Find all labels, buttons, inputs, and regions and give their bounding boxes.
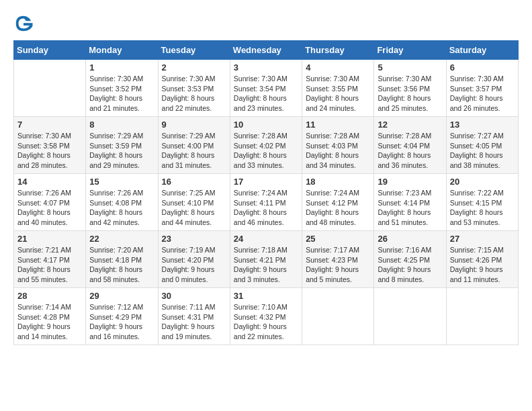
calendar-cell: 13Sunrise: 7:27 AMSunset: 4:05 PMDayligh…	[446, 117, 518, 174]
calendar-cell: 25Sunrise: 7:17 AMSunset: 4:23 PMDayligh…	[302, 231, 374, 288]
day-info: Sunrise: 7:30 AMSunset: 3:55 PMDaylight:…	[306, 74, 370, 113]
calendar-cell: 3Sunrise: 7:30 AMSunset: 3:54 PMDaylight…	[230, 60, 302, 117]
calendar-cell: 28Sunrise: 7:14 AMSunset: 4:28 PMDayligh…	[14, 288, 86, 345]
day-info: Sunrise: 7:14 AMSunset: 4:28 PMDaylight:…	[17, 302, 82, 342]
day-number: 2	[162, 62, 226, 73]
calendar-cell	[14, 60, 86, 117]
calendar-cell: 21Sunrise: 7:21 AMSunset: 4:17 PMDayligh…	[14, 231, 86, 288]
day-info: Sunrise: 7:30 AMSunset: 3:54 PMDaylight:…	[234, 74, 298, 113]
day-number: 18	[306, 177, 370, 187]
calendar-cell: 18Sunrise: 7:24 AMSunset: 4:12 PMDayligh…	[302, 174, 374, 231]
calendar-cell	[302, 288, 374, 345]
day-info: Sunrise: 7:30 AMSunset: 3:56 PMDaylight:…	[378, 74, 442, 113]
calendar-cell: 20Sunrise: 7:22 AMSunset: 4:15 PMDayligh…	[446, 174, 518, 231]
day-info: Sunrise: 7:30 AMSunset: 3:52 PMDaylight:…	[89, 74, 154, 113]
calendar-cell: 27Sunrise: 7:15 AMSunset: 4:26 PMDayligh…	[446, 231, 518, 288]
day-number: 17	[234, 177, 298, 187]
day-info: Sunrise: 7:25 AMSunset: 4:10 PMDaylight:…	[162, 188, 226, 228]
calendar-cell: 10Sunrise: 7:28 AMSunset: 4:02 PMDayligh…	[230, 117, 302, 174]
calendar-cell: 7Sunrise: 7:30 AMSunset: 3:58 PMDaylight…	[14, 117, 86, 174]
day-number: 27	[450, 234, 515, 244]
day-info: Sunrise: 7:30 AMSunset: 3:57 PMDaylight:…	[450, 74, 515, 113]
calendar-cell: 22Sunrise: 7:20 AMSunset: 4:18 PMDayligh…	[86, 231, 158, 288]
day-info: Sunrise: 7:23 AMSunset: 4:14 PMDaylight:…	[378, 188, 442, 228]
day-number: 31	[234, 291, 298, 301]
calendar-table: SundayMondayTuesdayWednesdayThursdayFrid…	[13, 40, 519, 345]
day-of-week-header: Friday	[374, 41, 446, 60]
logo	[13, 13, 36, 34]
calendar-week-row: 21Sunrise: 7:21 AMSunset: 4:17 PMDayligh…	[14, 231, 519, 288]
page-header	[13, 13, 519, 34]
day-number: 21	[17, 234, 82, 244]
day-info: Sunrise: 7:17 AMSunset: 4:23 PMDaylight:…	[306, 245, 370, 285]
day-info: Sunrise: 7:20 AMSunset: 4:18 PMDaylight:…	[89, 245, 154, 285]
day-info: Sunrise: 7:26 AMSunset: 4:08 PMDaylight:…	[89, 188, 154, 228]
day-number: 12	[378, 120, 442, 130]
calendar-cell: 24Sunrise: 7:18 AMSunset: 4:21 PMDayligh…	[230, 231, 302, 288]
day-number: 8	[89, 120, 154, 130]
day-number: 26	[378, 234, 442, 244]
day-number: 15	[89, 177, 154, 187]
calendar-week-row: 14Sunrise: 7:26 AMSunset: 4:07 PMDayligh…	[14, 174, 519, 231]
day-info: Sunrise: 7:21 AMSunset: 4:17 PMDaylight:…	[17, 245, 82, 285]
calendar-cell: 23Sunrise: 7:19 AMSunset: 4:20 PMDayligh…	[158, 231, 230, 288]
day-number: 7	[17, 120, 82, 130]
calendar-cell: 4Sunrise: 7:30 AMSunset: 3:55 PMDaylight…	[302, 60, 374, 117]
day-of-week-header: Tuesday	[158, 41, 230, 60]
day-info: Sunrise: 7:28 AMSunset: 4:03 PMDaylight:…	[306, 131, 370, 171]
calendar-cell	[446, 288, 518, 345]
calendar-cell: 14Sunrise: 7:26 AMSunset: 4:07 PMDayligh…	[14, 174, 86, 231]
day-number: 11	[306, 120, 370, 130]
day-of-week-header: Monday	[86, 41, 158, 60]
day-info: Sunrise: 7:27 AMSunset: 4:05 PMDaylight:…	[450, 131, 515, 171]
day-info: Sunrise: 7:24 AMSunset: 4:11 PMDaylight:…	[234, 188, 298, 228]
day-of-week-header: Thursday	[302, 41, 374, 60]
calendar-cell: 31Sunrise: 7:10 AMSunset: 4:32 PMDayligh…	[230, 288, 302, 345]
day-of-week-header: Sunday	[14, 41, 86, 60]
day-number: 16	[162, 177, 226, 187]
day-number: 30	[162, 291, 226, 301]
calendar-body: 1Sunrise: 7:30 AMSunset: 3:52 PMDaylight…	[14, 60, 519, 345]
calendar-cell: 2Sunrise: 7:30 AMSunset: 3:53 PMDaylight…	[158, 60, 230, 117]
day-info: Sunrise: 7:29 AMSunset: 4:00 PMDaylight:…	[162, 131, 226, 171]
day-info: Sunrise: 7:10 AMSunset: 4:32 PMDaylight:…	[234, 302, 298, 342]
day-number: 13	[450, 120, 515, 130]
day-info: Sunrise: 7:18 AMSunset: 4:21 PMDaylight:…	[234, 245, 298, 285]
day-number: 4	[306, 62, 370, 73]
day-number: 9	[162, 120, 226, 130]
calendar-cell: 29Sunrise: 7:12 AMSunset: 4:29 PMDayligh…	[86, 288, 158, 345]
day-number: 1	[89, 62, 154, 73]
day-of-week-header: Wednesday	[230, 41, 302, 60]
day-number: 25	[306, 234, 370, 244]
calendar-cell: 16Sunrise: 7:25 AMSunset: 4:10 PMDayligh…	[158, 174, 230, 231]
day-number: 3	[234, 62, 298, 73]
day-number: 23	[162, 234, 226, 244]
day-info: Sunrise: 7:15 AMSunset: 4:26 PMDaylight:…	[450, 245, 515, 285]
calendar-cell: 17Sunrise: 7:24 AMSunset: 4:11 PMDayligh…	[230, 174, 302, 231]
day-info: Sunrise: 7:30 AMSunset: 3:58 PMDaylight:…	[17, 131, 82, 171]
calendar-week-row: 1Sunrise: 7:30 AMSunset: 3:52 PMDaylight…	[14, 60, 519, 117]
day-info: Sunrise: 7:12 AMSunset: 4:29 PMDaylight:…	[89, 302, 154, 342]
calendar-cell: 6Sunrise: 7:30 AMSunset: 3:57 PMDaylight…	[446, 60, 518, 117]
calendar-cell: 26Sunrise: 7:16 AMSunset: 4:25 PMDayligh…	[374, 231, 446, 288]
day-number: 6	[450, 62, 515, 73]
day-number: 10	[234, 120, 298, 130]
day-number: 14	[17, 177, 82, 187]
calendar-cell	[374, 288, 446, 345]
calendar-cell: 5Sunrise: 7:30 AMSunset: 3:56 PMDaylight…	[374, 60, 446, 117]
calendar-cell: 11Sunrise: 7:28 AMSunset: 4:03 PMDayligh…	[302, 117, 374, 174]
day-number: 22	[89, 234, 154, 244]
calendar-header-row: SundayMondayTuesdayWednesdayThursdayFrid…	[14, 41, 519, 60]
calendar-cell: 9Sunrise: 7:29 AMSunset: 4:00 PMDaylight…	[158, 117, 230, 174]
calendar-cell: 8Sunrise: 7:29 AMSunset: 3:59 PMDaylight…	[86, 117, 158, 174]
day-of-week-header: Saturday	[446, 41, 518, 60]
day-number: 28	[17, 291, 82, 301]
day-number: 20	[450, 177, 515, 187]
day-info: Sunrise: 7:16 AMSunset: 4:25 PMDaylight:…	[378, 245, 442, 285]
calendar-cell: 12Sunrise: 7:28 AMSunset: 4:04 PMDayligh…	[374, 117, 446, 174]
calendar-cell: 15Sunrise: 7:26 AMSunset: 4:08 PMDayligh…	[86, 174, 158, 231]
calendar-cell: 1Sunrise: 7:30 AMSunset: 3:52 PMDaylight…	[86, 60, 158, 117]
calendar-week-row: 7Sunrise: 7:30 AMSunset: 3:58 PMDaylight…	[14, 117, 519, 174]
day-info: Sunrise: 7:22 AMSunset: 4:15 PMDaylight:…	[450, 188, 515, 228]
day-number: 19	[378, 177, 442, 187]
